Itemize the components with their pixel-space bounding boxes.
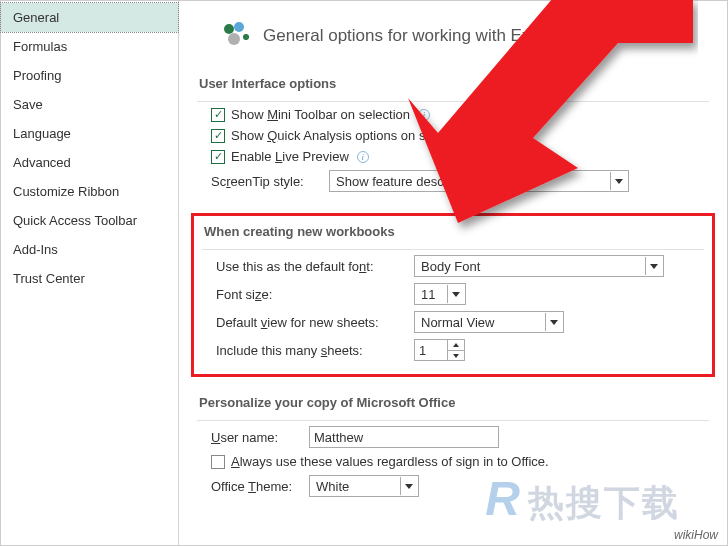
sidebar-item-save[interactable]: Save — [1, 90, 178, 119]
quick-analysis-checkbox[interactable] — [211, 129, 225, 143]
new-workbooks-title: When creating new workbooks — [202, 220, 704, 249]
ui-options-section: User Interface options Show Mini Toolbar… — [197, 72, 709, 195]
always-use-values-label: Always use these values regardless of si… — [231, 454, 549, 469]
personalize-section: Personalize your copy of Microsoft Offic… — [197, 391, 709, 500]
sidebar-item-general[interactable]: General — [1, 3, 178, 32]
user-name-label: User name: — [211, 430, 303, 445]
spinner-down-icon[interactable] — [448, 350, 464, 360]
screentip-style-label: ScreenTip style: — [211, 174, 323, 189]
new-workbooks-section: When creating new workbooks Use this as … — [191, 213, 715, 377]
default-font-select[interactable]: Body Font — [414, 255, 664, 277]
default-view-label: Default view for new sheets: — [216, 315, 408, 330]
chevron-down-icon — [400, 477, 416, 495]
default-font-label: Use this as the default font: — [216, 259, 408, 274]
live-preview-label: Enable Live Preview — [231, 149, 349, 164]
personalize-title: Personalize your copy of Microsoft Offic… — [197, 391, 709, 420]
spinner-up-icon[interactable] — [448, 340, 464, 350]
sidebar-item-add-ins[interactable]: Add-Ins — [1, 235, 178, 264]
default-view-select[interactable]: Normal View — [414, 311, 564, 333]
info-icon[interactable] — [357, 151, 369, 163]
office-theme-select[interactable]: White — [309, 475, 419, 497]
options-sidebar: General Formulas Proofing Save Language … — [1, 1, 179, 545]
mini-toolbar-label: Show Mini Toolbar on selection — [231, 107, 410, 122]
screentip-style-select[interactable]: Show feature description ps — [329, 170, 629, 192]
user-name-input[interactable]: Matthew — [309, 426, 499, 448]
quick-analysis-label: Show Quick Analysis options on selection — [231, 128, 470, 143]
watermark-wikihow: wikiHow — [668, 526, 724, 544]
chevron-down-icon — [610, 172, 626, 190]
svg-point-2 — [228, 33, 240, 45]
mini-toolbar-checkbox[interactable] — [211, 108, 225, 122]
sheets-count-label: Include this many sheets: — [216, 343, 408, 358]
svg-point-0 — [224, 24, 234, 34]
chevron-down-icon — [545, 313, 561, 331]
sidebar-item-customize-ribbon[interactable]: Customize Ribbon — [1, 177, 178, 206]
general-options-icon — [219, 17, 253, 54]
sidebar-item-formulas[interactable]: Formulas — [1, 32, 178, 61]
chevron-down-icon — [447, 285, 463, 303]
font-size-label: Font size: — [216, 287, 408, 302]
info-icon[interactable] — [418, 109, 430, 121]
office-theme-label: Office Theme: — [211, 479, 303, 494]
sidebar-item-language[interactable]: Language — [1, 119, 178, 148]
always-use-values-checkbox[interactable] — [211, 455, 225, 469]
chevron-down-icon — [645, 257, 661, 275]
svg-point-3 — [243, 34, 249, 40]
sidebar-item-quick-access-toolbar[interactable]: Quick Access Toolbar — [1, 206, 178, 235]
sidebar-item-advanced[interactable]: Advanced — [1, 148, 178, 177]
live-preview-checkbox[interactable] — [211, 150, 225, 164]
options-content: General options for working with Exce Us… — [179, 1, 727, 545]
sidebar-item-proofing[interactable]: Proofing — [1, 61, 178, 90]
font-size-select[interactable]: 11 — [414, 283, 466, 305]
ui-options-title: User Interface options — [197, 72, 709, 101]
page-heading: General options for working with Exce — [263, 26, 548, 46]
sidebar-item-trust-center[interactable]: Trust Center — [1, 264, 178, 293]
sheets-count-spinner[interactable]: 1 — [414, 339, 465, 361]
svg-point-1 — [234, 22, 244, 32]
